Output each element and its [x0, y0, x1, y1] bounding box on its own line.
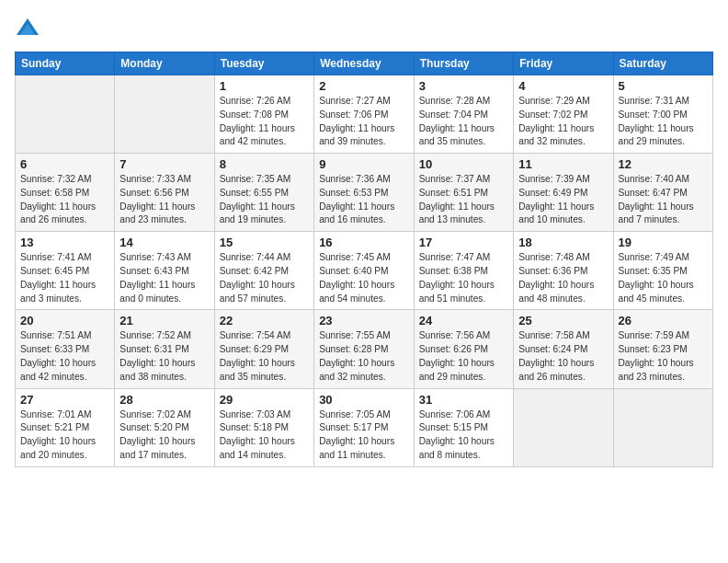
day-number: 22 — [220, 314, 309, 327]
day-info: Sunrise: 7:54 AMSunset: 6:29 PMDaylight:… — [220, 329, 309, 384]
logo — [15, 15, 44, 40]
calendar-cell: 17Sunrise: 7:47 AMSunset: 6:38 PMDayligh… — [414, 232, 513, 310]
calendar-cell: 13Sunrise: 7:41 AMSunset: 6:45 PMDayligh… — [16, 232, 115, 310]
day-info: Sunrise: 7:52 AMSunset: 6:31 PMDaylight:… — [119, 329, 209, 384]
day-of-week-header: Tuesday — [214, 52, 313, 75]
day-number: 16 — [319, 236, 409, 249]
calendar-cell: 18Sunrise: 7:48 AMSunset: 6:36 PMDayligh… — [514, 232, 613, 310]
day-number: 25 — [518, 314, 608, 327]
day-number: 2 — [319, 79, 409, 93]
calendar-cell: 28Sunrise: 7:02 AMSunset: 5:20 PMDayligh… — [115, 388, 214, 466]
calendar-cell: 8Sunrise: 7:35 AMSunset: 6:55 PMDaylight… — [214, 154, 313, 232]
day-number: 8 — [220, 157, 309, 171]
page-header — [15, 15, 713, 40]
day-number: 19 — [619, 236, 708, 249]
day-info: Sunrise: 7:36 AMSunset: 6:53 PMDaylight:… — [319, 173, 409, 227]
calendar-cell: 6Sunrise: 7:32 AMSunset: 6:58 PMDaylight… — [16, 154, 115, 232]
calendar-cell: 11Sunrise: 7:39 AMSunset: 6:49 PMDayligh… — [514, 154, 613, 232]
day-number: 14 — [119, 236, 209, 249]
day-of-week-header: Wednesday — [314, 52, 415, 75]
calendar-table: SundayMondayTuesdayWednesdayThursdayFrid… — [15, 52, 713, 467]
day-info: Sunrise: 7:33 AMSunset: 6:56 PMDaylight:… — [119, 173, 209, 227]
calendar-cell: 12Sunrise: 7:40 AMSunset: 6:47 PMDayligh… — [613, 154, 712, 232]
calendar-cell: 19Sunrise: 7:49 AMSunset: 6:35 PMDayligh… — [613, 232, 712, 310]
day-number: 23 — [319, 314, 409, 327]
day-number: 31 — [419, 393, 508, 407]
day-info: Sunrise: 7:40 AMSunset: 6:47 PMDaylight:… — [619, 173, 708, 227]
calendar-cell: 9Sunrise: 7:36 AMSunset: 6:53 PMDaylight… — [314, 154, 415, 232]
day-number: 27 — [20, 393, 109, 407]
day-number: 29 — [220, 393, 309, 407]
calendar-cell: 31Sunrise: 7:06 AMSunset: 5:15 PMDayligh… — [414, 388, 513, 466]
day-info: Sunrise: 7:32 AMSunset: 6:58 PMDaylight:… — [20, 173, 109, 227]
day-number: 11 — [518, 157, 608, 171]
day-of-week-header: Saturday — [613, 52, 712, 75]
calendar-cell: 4Sunrise: 7:29 AMSunset: 7:02 PMDaylight… — [514, 75, 613, 154]
day-number: 26 — [619, 314, 708, 327]
day-info: Sunrise: 7:35 AMSunset: 6:55 PMDaylight:… — [220, 173, 309, 227]
day-info: Sunrise: 7:06 AMSunset: 5:15 PMDaylight:… — [419, 408, 508, 463]
day-of-week-header: Friday — [514, 52, 613, 75]
day-number: 28 — [119, 393, 209, 407]
calendar-cell — [514, 388, 613, 466]
day-info: Sunrise: 7:45 AMSunset: 6:40 PMDaylight:… — [319, 251, 409, 305]
calendar-week-row: 13Sunrise: 7:41 AMSunset: 6:45 PMDayligh… — [16, 232, 713, 310]
day-info: Sunrise: 7:44 AMSunset: 6:42 PMDaylight:… — [220, 251, 309, 305]
day-number: 24 — [419, 314, 508, 327]
day-info: Sunrise: 7:27 AMSunset: 7:06 PMDaylight:… — [319, 95, 409, 149]
day-info: Sunrise: 7:28 AMSunset: 7:04 PMDaylight:… — [419, 95, 508, 149]
day-number: 6 — [20, 157, 109, 171]
day-info: Sunrise: 7:47 AMSunset: 6:38 PMDaylight:… — [419, 251, 508, 305]
day-info: Sunrise: 7:02 AMSunset: 5:20 PMDaylight:… — [119, 408, 209, 463]
day-info: Sunrise: 7:03 AMSunset: 5:18 PMDaylight:… — [220, 408, 309, 463]
day-number: 1 — [220, 79, 309, 93]
day-number: 13 — [20, 236, 109, 249]
calendar-cell: 5Sunrise: 7:31 AMSunset: 7:00 PMDaylight… — [613, 75, 712, 154]
day-number: 10 — [419, 157, 508, 171]
calendar-header-row: SundayMondayTuesdayWednesdayThursdayFrid… — [16, 52, 713, 75]
calendar-cell: 22Sunrise: 7:54 AMSunset: 6:29 PMDayligh… — [214, 310, 313, 388]
calendar-cell: 21Sunrise: 7:52 AMSunset: 6:31 PMDayligh… — [115, 310, 214, 388]
calendar-cell: 7Sunrise: 7:33 AMSunset: 6:56 PMDaylight… — [115, 154, 214, 232]
day-info: Sunrise: 7:05 AMSunset: 5:17 PMDaylight:… — [319, 408, 409, 463]
calendar-cell: 24Sunrise: 7:56 AMSunset: 6:26 PMDayligh… — [414, 310, 513, 388]
day-of-week-header: Sunday — [16, 52, 115, 75]
day-info: Sunrise: 7:55 AMSunset: 6:28 PMDaylight:… — [319, 329, 409, 384]
day-info: Sunrise: 7:29 AMSunset: 7:02 PMDaylight:… — [518, 95, 608, 149]
calendar-week-row: 1Sunrise: 7:26 AMSunset: 7:08 PMDaylight… — [16, 75, 713, 154]
calendar-cell — [613, 388, 712, 466]
calendar-cell: 25Sunrise: 7:58 AMSunset: 6:24 PMDayligh… — [514, 310, 613, 388]
day-of-week-header: Thursday — [414, 52, 513, 75]
day-number: 9 — [319, 157, 409, 171]
day-number: 18 — [518, 236, 608, 249]
day-info: Sunrise: 7:26 AMSunset: 7:08 PMDaylight:… — [220, 95, 309, 149]
day-number: 4 — [518, 79, 608, 93]
calendar-cell: 10Sunrise: 7:37 AMSunset: 6:51 PMDayligh… — [414, 154, 513, 232]
calendar-cell: 30Sunrise: 7:05 AMSunset: 5:17 PMDayligh… — [314, 388, 415, 466]
day-info: Sunrise: 7:01 AMSunset: 5:21 PMDaylight:… — [20, 408, 109, 463]
day-info: Sunrise: 7:31 AMSunset: 7:00 PMDaylight:… — [619, 95, 708, 149]
day-info: Sunrise: 7:48 AMSunset: 6:36 PMDaylight:… — [518, 251, 608, 305]
calendar-week-row: 6Sunrise: 7:32 AMSunset: 6:58 PMDaylight… — [16, 154, 713, 232]
day-info: Sunrise: 7:51 AMSunset: 6:33 PMDaylight:… — [20, 329, 109, 384]
day-of-week-header: Monday — [115, 52, 214, 75]
calendar-cell: 2Sunrise: 7:27 AMSunset: 7:06 PMDaylight… — [314, 75, 415, 154]
day-number: 21 — [119, 314, 209, 327]
day-number: 12 — [619, 157, 708, 171]
calendar-cell: 26Sunrise: 7:59 AMSunset: 6:23 PMDayligh… — [613, 310, 712, 388]
calendar-week-row: 20Sunrise: 7:51 AMSunset: 6:33 PMDayligh… — [16, 310, 713, 388]
calendar-cell: 3Sunrise: 7:28 AMSunset: 7:04 PMDaylight… — [414, 75, 513, 154]
day-info: Sunrise: 7:43 AMSunset: 6:43 PMDaylight:… — [119, 251, 209, 305]
calendar-cell — [16, 75, 115, 154]
day-number: 15 — [220, 236, 309, 249]
calendar-cell — [115, 75, 214, 154]
day-info: Sunrise: 7:37 AMSunset: 6:51 PMDaylight:… — [419, 173, 508, 227]
day-info: Sunrise: 7:58 AMSunset: 6:24 PMDaylight:… — [518, 329, 608, 384]
calendar-cell: 29Sunrise: 7:03 AMSunset: 5:18 PMDayligh… — [214, 388, 313, 466]
calendar-cell: 15Sunrise: 7:44 AMSunset: 6:42 PMDayligh… — [214, 232, 313, 310]
day-info: Sunrise: 7:39 AMSunset: 6:49 PMDaylight:… — [518, 173, 608, 227]
calendar-cell: 1Sunrise: 7:26 AMSunset: 7:08 PMDaylight… — [214, 75, 313, 154]
day-info: Sunrise: 7:49 AMSunset: 6:35 PMDaylight:… — [619, 251, 708, 305]
calendar-week-row: 27Sunrise: 7:01 AMSunset: 5:21 PMDayligh… — [16, 388, 713, 466]
calendar-cell: 23Sunrise: 7:55 AMSunset: 6:28 PMDayligh… — [314, 310, 415, 388]
